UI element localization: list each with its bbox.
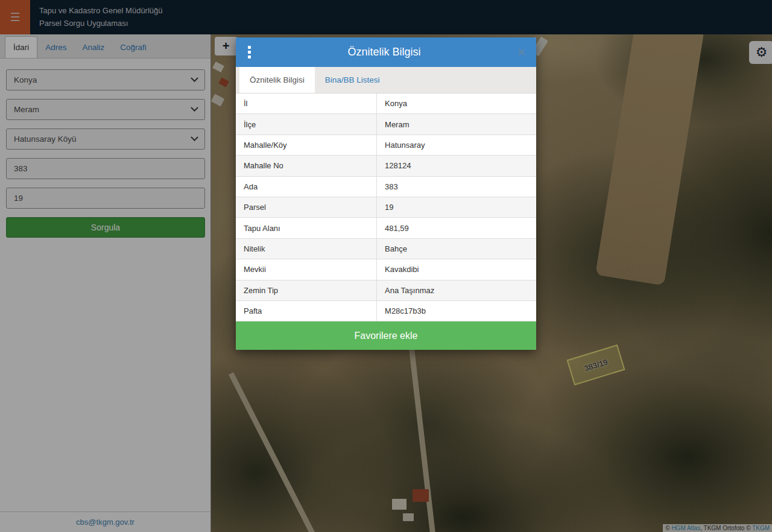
modal-title: Öznitelik Bilgisi [251,46,517,59]
modal-tabs: Öznitelik Bilgisi Bina/BB Listesi [236,67,536,93]
row-label: Mahalle No [236,156,377,176]
row-value: Ana Taşınmaz [377,280,536,300]
row-label: İlçe [236,114,377,134]
row-value: Kavakdibi [377,259,536,279]
row-label: Pafta [236,301,377,321]
row-label: Nitelik [236,239,377,259]
row-value: Konya [377,93,536,113]
table-row: Ada383 [236,177,536,197]
row-label: Ada [236,177,377,197]
table-row: Mahalle No128124 [236,156,536,176]
row-value: Meram [377,114,536,134]
tab-bina-bb-listesi[interactable]: Bina/BB Listesi [315,67,390,93]
table-row: Mahalle/KöyHatunsaray [236,135,536,156]
row-value: 481,59 [377,218,536,238]
row-label: Parsel [236,197,377,217]
row-label: Mevkii [236,259,377,279]
attribute-info-modal: Öznitelik Bilgisi × Öznitelik Bilgisi Bi… [236,37,536,350]
row-label: Zemin Tip [236,280,377,300]
row-value: 19 [377,197,536,217]
table-row: Zemin TipAna Taşınmaz [236,280,536,301]
row-label: Mahalle/Köy [236,135,377,155]
tab-oznitelik-bilgisi[interactable]: Öznitelik Bilgisi [239,67,315,93]
table-row: İlKonya [236,93,536,114]
table-row: PaftaM28c17b3b [236,301,536,321]
close-icon[interactable]: × [517,46,525,59]
row-value: Hatunsaray [377,135,536,155]
table-row: Tapu Alanı481,59 [236,218,536,238]
parsel-sorgu-app: ☰ Tapu ve Kadastro Genel Müdürlüğü Parse… [0,0,772,532]
row-value: Bahçe [377,239,536,259]
table-row: İlçeMeram [236,114,536,135]
row-value: 383 [377,177,536,197]
row-label: İl [236,93,377,113]
row-value: 128124 [377,156,536,176]
favorilere-ekle-button[interactable]: Favorilere ekle [236,321,536,350]
table-row: Parsel19 [236,197,536,218]
row-label: Tapu Alanı [236,218,377,238]
row-value: M28c17b3b [377,301,536,321]
modal-header: Öznitelik Bilgisi × [236,37,536,67]
table-row: NitelikBahçe [236,239,536,259]
table-row: MevkiiKavakdibi [236,259,536,280]
attribute-table: İlKonya İlçeMeram Mahalle/KöyHatunsaray … [236,93,536,321]
